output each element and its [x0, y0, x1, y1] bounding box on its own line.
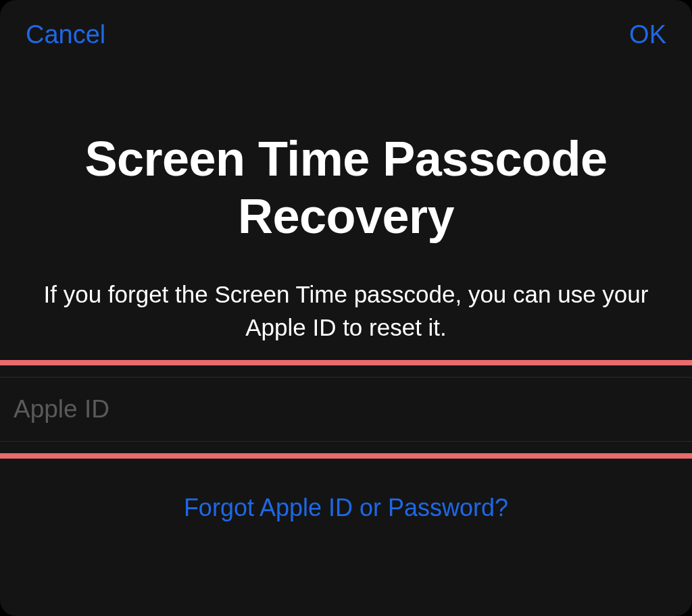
passcode-recovery-modal: Cancel OK Screen Time Passcode Recovery …	[0, 0, 692, 616]
highlight-line-top	[0, 360, 692, 365]
ok-button[interactable]: OK	[629, 12, 666, 57]
input-section	[0, 360, 692, 459]
modal-header: Cancel OK	[0, 0, 692, 57]
apple-id-input[interactable]	[0, 377, 692, 442]
forgot-apple-id-link[interactable]: Forgot Apple ID or Password?	[184, 494, 508, 522]
input-wrapper	[0, 365, 692, 453]
modal-content: Screen Time Passcode Recovery If you for…	[0, 57, 692, 522]
cancel-button[interactable]: Cancel	[26, 12, 105, 57]
page-title: Screen Time Passcode Recovery	[0, 130, 692, 245]
page-subtitle: If you forget the Screen Time passcode, …	[0, 278, 692, 344]
highlight-line-bottom	[0, 453, 692, 459]
